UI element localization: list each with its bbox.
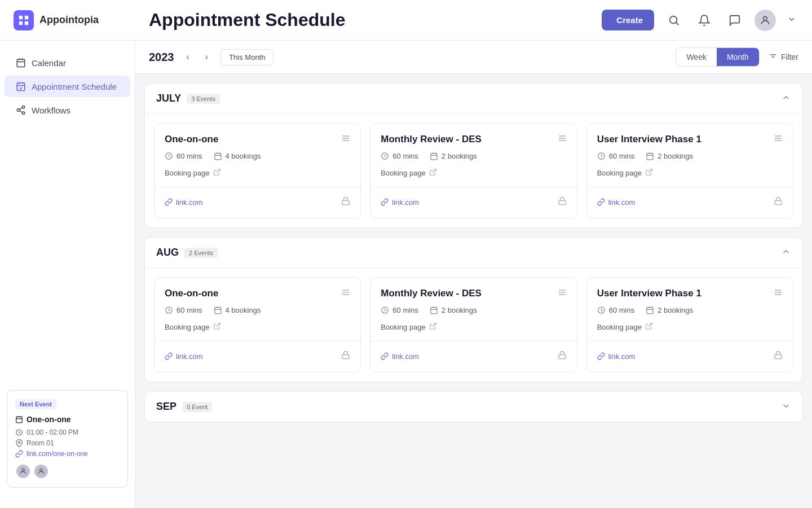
header-actions: Create — [602, 10, 798, 31]
app-logo-icon — [14, 10, 34, 30]
sidebar-item-calendar[interactable]: Calendar — [5, 52, 130, 73]
sidebar-item-workflows[interactable]: Workflows — [5, 99, 130, 121]
svg-rect-3 — [25, 21, 28, 24]
svg-rect-42 — [342, 200, 349, 204]
settings-icon[interactable] — [774, 134, 783, 145]
card-divider — [155, 187, 360, 187]
bookings-label: 2 bookings — [657, 152, 693, 160]
duration-meta: 60 mins — [597, 306, 635, 314]
user-avatar-button[interactable] — [754, 10, 776, 31]
settings-icon[interactable] — [341, 134, 350, 145]
section-collapse-button[interactable] — [781, 247, 791, 259]
next-event-link-row[interactable]: link.com/one-on-one — [15, 450, 120, 458]
settings-icon[interactable] — [341, 288, 350, 299]
external-link-icon[interactable] — [645, 322, 653, 332]
messages-button[interactable] — [724, 10, 745, 31]
calendar-meta-icon — [214, 306, 222, 314]
settings-icon[interactable] — [774, 288, 783, 299]
svg-line-51 — [433, 169, 436, 173]
week-view-button[interactable]: Week — [676, 48, 717, 66]
card-link[interactable]: link.com — [597, 198, 636, 207]
card-link[interactable]: link.com — [381, 352, 419, 361]
card-link[interactable]: link.com — [165, 352, 203, 361]
card-link[interactable]: link.com — [597, 352, 636, 361]
clock-meta-icon — [597, 152, 606, 160]
clock-meta-icon — [381, 152, 389, 160]
duration-label: 60 mins — [392, 152, 418, 160]
card-header: User Interview Phase 1 — [597, 288, 783, 299]
svg-rect-57 — [647, 154, 653, 160]
duration-meta: 60 mins — [381, 306, 418, 314]
month-view-button[interactable]: Month — [717, 48, 759, 66]
next-event-title: One-on-one — [15, 415, 120, 424]
svg-rect-87 — [647, 308, 653, 314]
sidebar-item-appointment-schedule[interactable]: Appointment Schedule — [5, 76, 130, 97]
avatar-2 — [33, 463, 49, 479]
this-month-button[interactable]: This Month — [220, 49, 273, 65]
card-bottom: link.com — [597, 351, 783, 362]
calendar-icon — [16, 58, 26, 68]
user-menu-chevron[interactable] — [785, 12, 798, 28]
next-event-avatars — [15, 463, 120, 479]
external-link-icon[interactable] — [213, 168, 221, 178]
page-title: Appointment Schedule — [149, 10, 602, 30]
settings-icon[interactable] — [558, 288, 567, 299]
event-card-0-0: One-on-one 60 mins — [154, 123, 361, 218]
svg-point-18 — [17, 109, 20, 112]
filter-button[interactable]: Filter — [769, 52, 798, 62]
sub-header: 2023 ‹ › This Month Week Month Filter — [135, 41, 812, 74]
prev-month-button[interactable]: ‹ — [183, 50, 193, 64]
card-bottom: link.com — [597, 196, 783, 208]
card-divider — [587, 341, 793, 341]
share-icon[interactable] — [558, 351, 567, 362]
next-event-link[interactable]: link.com/one-on-one — [27, 450, 88, 458]
booking-page-label: Booking page — [165, 169, 210, 177]
create-button[interactable]: Create — [602, 10, 654, 30]
share-icon[interactable] — [774, 351, 783, 362]
svg-rect-62 — [775, 200, 782, 204]
card-meta: 60 mins 2 bookings — [381, 152, 566, 160]
svg-rect-92 — [775, 354, 782, 358]
card-link[interactable]: link.com — [165, 198, 203, 207]
app-name: Appointopia — [39, 14, 99, 26]
external-link-icon[interactable] — [429, 168, 437, 178]
svg-line-41 — [216, 169, 219, 173]
share-icon[interactable] — [774, 196, 783, 208]
svg-point-6 — [670, 16, 677, 23]
section-month-label: JULY — [156, 93, 181, 104]
next-month-button[interactable]: › — [202, 50, 211, 64]
section-july: JULY 3 Events One-on-one — [144, 83, 803, 228]
cards-row: One-on-one 60 mins — [145, 268, 802, 382]
search-button[interactable] — [663, 10, 685, 31]
svg-rect-2 — [19, 21, 23, 24]
section-header-sep[interactable]: SEP 0 Event — [145, 392, 802, 422]
event-card-1-1: Monthly Review - DES 60 mins — [370, 277, 577, 373]
section-header-aug[interactable]: AUG 2 Events — [145, 238, 802, 268]
card-title: Monthly Review - DES — [381, 134, 482, 145]
card-link[interactable]: link.com — [381, 198, 419, 207]
card-header: One-on-one — [165, 134, 350, 145]
settings-icon[interactable] — [558, 134, 567, 145]
card-booking: Booking page — [597, 322, 783, 332]
external-link-icon[interactable] — [645, 168, 653, 178]
external-link-icon[interactable] — [213, 322, 221, 332]
card-divider — [370, 187, 576, 187]
duration-meta: 60 mins — [597, 152, 635, 160]
share-icon[interactable] — [558, 196, 567, 208]
notifications-button[interactable] — [694, 10, 715, 31]
section-collapse-button[interactable] — [781, 93, 791, 104]
calendar-meta-icon — [646, 306, 654, 314]
share-icon[interactable] — [341, 351, 350, 362]
calendar-check-icon — [16, 81, 26, 91]
section-collapse-button[interactable] — [781, 401, 791, 413]
svg-line-61 — [648, 169, 652, 173]
card-booking: Booking page — [165, 168, 350, 178]
section-event-count: 0 Event — [182, 402, 212, 412]
duration-label: 60 mins — [609, 152, 635, 160]
share-icon[interactable] — [341, 196, 350, 208]
section-event-count: 3 Events — [187, 94, 220, 104]
section-event-count: 2 Events — [184, 248, 218, 258]
external-link-icon[interactable] — [429, 322, 437, 332]
section-header-july[interactable]: JULY 3 Events — [145, 84, 802, 114]
card-bottom: link.com — [381, 351, 566, 362]
